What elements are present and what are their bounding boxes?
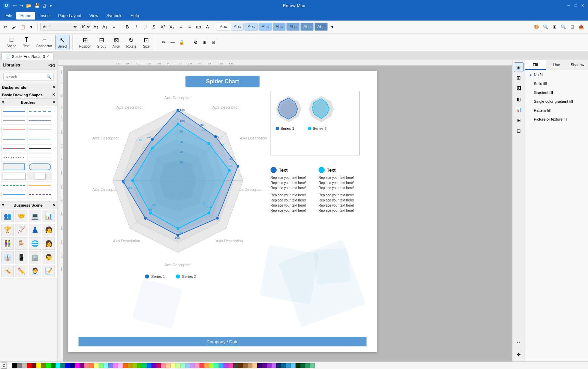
color-swatch[interactable]	[123, 363, 128, 368]
qa-print[interactable]: 🖨	[42, 2, 48, 9]
view-toggle-button[interactable]: ⊟	[568, 23, 576, 30]
fill-tab[interactable]: Fill	[525, 60, 546, 70]
text-button[interactable]: T Text	[20, 35, 33, 50]
color-swatch[interactable]	[300, 363, 305, 368]
select-button[interactable]: ↖ Select	[55, 35, 70, 50]
border-item-3[interactable]	[1, 116, 26, 125]
border-item-12[interactable]	[27, 153, 52, 162]
color-swatch[interactable]	[176, 363, 180, 368]
color-swatch[interactable]	[305, 363, 310, 368]
color-swatch[interactable]	[310, 363, 315, 368]
color-swatch[interactable]	[132, 363, 137, 368]
lock-tool[interactable]: 🔒	[178, 38, 186, 46]
shadow-tab[interactable]: Shadow	[567, 60, 588, 70]
layer-tool-button[interactable]: ◧	[514, 94, 524, 104]
align-button[interactable]: ⊠ Align	[109, 35, 123, 50]
color-swatch[interactable]	[204, 363, 209, 368]
border-item-9[interactable]	[1, 144, 26, 152]
underline-button[interactable]: U	[141, 23, 149, 30]
font-shrink-button[interactable]: A↓	[101, 23, 109, 30]
color-swatch[interactable]	[113, 363, 118, 368]
biz-item-9[interactable]: 👫	[1, 237, 14, 250]
color-swatch[interactable]	[22, 363, 27, 368]
business-scene-header[interactable]: ▾ Business Scene ✕	[0, 201, 57, 209]
biz-item-3[interactable]: 💻	[29, 210, 41, 222]
biz-item-12[interactable]: 👩	[43, 237, 55, 250]
biz-item-10[interactable]: 🪑	[15, 237, 27, 250]
search-box[interactable]: 🔍	[3, 73, 54, 81]
color-swatch[interactable]	[128, 363, 132, 368]
tab-close[interactable]: ✕	[46, 54, 49, 58]
text-direction-button[interactable]: ab	[194, 23, 203, 30]
color-swatch[interactable]	[99, 363, 104, 368]
border-item-6[interactable]	[27, 126, 52, 134]
settings-button[interactable]: ⚙	[192, 38, 200, 46]
image-tool-button[interactable]: 🖼	[514, 84, 524, 93]
solid-fill-option[interactable]: ● Solid fill	[525, 79, 588, 88]
close-button[interactable]: ✕	[580, 3, 585, 8]
cut-button[interactable]: ✂	[1, 23, 10, 30]
color-swatch[interactable]	[56, 363, 60, 368]
color-swatch[interactable]	[257, 363, 262, 368]
color-swatch[interactable]	[296, 363, 300, 368]
color-swatch[interactable]	[190, 363, 195, 368]
style-4-button[interactable]: Abc	[259, 23, 272, 31]
color-swatch[interactable]	[46, 363, 51, 368]
minimize-button[interactable]: ─	[566, 3, 572, 8]
style-2-button[interactable]: Abc	[231, 23, 244, 31]
qa-more[interactable]: ▾	[49, 2, 53, 9]
color-swatch[interactable]	[75, 363, 80, 368]
color-swatch[interactable]	[200, 363, 204, 368]
style-6-button[interactable]: Abc	[286, 23, 300, 31]
color-swatch[interactable]	[142, 363, 147, 368]
biz-item-17[interactable]: 🤸	[1, 265, 14, 277]
style-5-button[interactable]: Abc	[273, 23, 286, 31]
color-swatch[interactable]	[243, 363, 248, 368]
position-button[interactable]: ⊞ Position	[77, 35, 94, 50]
size-button[interactable]: ⊡ Size	[140, 35, 153, 50]
strikethrough-button[interactable]: S	[150, 23, 158, 30]
color-swatch[interactable]	[171, 363, 176, 368]
font-color-button[interactable]: A	[203, 23, 212, 30]
basic-drawing-header[interactable]: Basic Drawing Shapes ✕	[0, 91, 57, 98]
color-swatch[interactable]	[185, 363, 190, 368]
color-swatch[interactable]	[152, 363, 156, 368]
border-item-8[interactable]	[27, 135, 52, 143]
color-swatch[interactable]	[12, 363, 17, 368]
color-swatch[interactable]	[262, 363, 267, 368]
biz-item-2[interactable]: 🤝	[15, 210, 27, 222]
color-swatch[interactable]	[80, 363, 84, 368]
style-3-button[interactable]: Abc	[244, 23, 258, 31]
menu-page-layout[interactable]: Page Layout	[54, 12, 85, 20]
single-color-gradient-option[interactable]: ● Single color gradient fill	[525, 97, 588, 106]
color-swatch[interactable]	[286, 363, 291, 368]
font-grow-button[interactable]: A↑	[92, 23, 100, 30]
color-swatch[interactable]	[36, 363, 41, 368]
border-item-20[interactable]	[27, 190, 52, 199]
menu-view[interactable]: View	[85, 12, 103, 20]
export-button[interactable]: 📤	[577, 23, 585, 30]
border-item-4[interactable]	[27, 116, 52, 125]
border-item-7[interactable]	[1, 135, 26, 143]
format-tool-button[interactable]: ◈	[514, 62, 524, 72]
color-swatch[interactable]	[238, 363, 243, 368]
biz-item-19[interactable]: 🧑‍💼	[29, 265, 41, 277]
text-block-1[interactable]: Text Replace your text here! Replace you…	[271, 167, 312, 213]
table-tool-button[interactable]: ⊞	[514, 115, 524, 125]
color-swatch[interactable]	[8, 363, 12, 368]
ribbon-more[interactable]: ⊞	[201, 38, 209, 46]
spider-chart-container[interactable]: Axis Description Axis Description Axis D…	[79, 88, 277, 294]
biz-item-14[interactable]: 📱	[15, 251, 27, 263]
border-item-1[interactable]	[1, 107, 26, 115]
color-swatch[interactable]	[51, 363, 56, 368]
collapse-libraries-button[interactable]: ◁◁	[48, 63, 55, 67]
paste-dropdown-button[interactable]: ▾	[27, 23, 35, 30]
format-painter-button[interactable]: 🖌	[10, 23, 18, 30]
basic-drawing-close-icon[interactable]: ✕	[52, 93, 55, 97]
color-swatch[interactable]	[166, 363, 171, 368]
italic-button[interactable]: I	[132, 23, 140, 30]
biz-item-8[interactable]: 🧑	[43, 224, 55, 236]
color-swatch[interactable]	[32, 363, 36, 368]
biz-item-11[interactable]: 🌐	[29, 237, 41, 250]
color-swatch[interactable]	[252, 363, 257, 368]
